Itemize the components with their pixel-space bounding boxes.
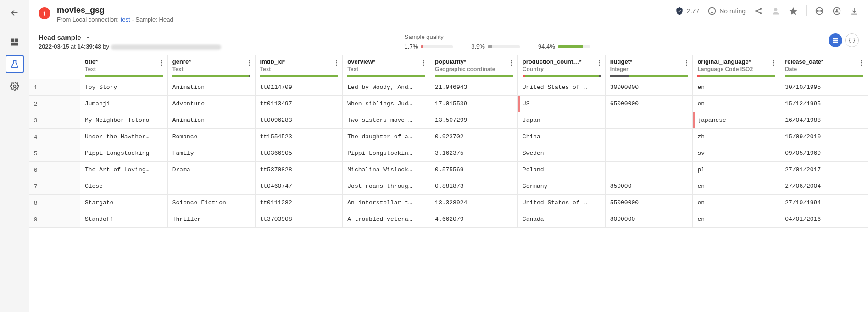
cell[interactable]: pl: [693, 162, 780, 178]
cell[interactable]: Thriller: [167, 211, 255, 228]
cell[interactable]: 15/09/2010: [780, 129, 868, 145]
cell[interactable]: Canada: [517, 211, 605, 228]
cell[interactable]: 27/01/2017: [780, 162, 868, 178]
column-menu-icon[interactable]: ⋮: [683, 59, 690, 66]
cell[interactable]: en: [693, 211, 780, 228]
column-header[interactable]: imdb_id*Text⋮: [255, 55, 343, 79]
share-icon[interactable]: [754, 6, 763, 16]
user-icon[interactable]: [771, 6, 780, 16]
cell[interactable]: My Neighbor Totoro: [80, 112, 167, 129]
table-row[interactable]: 4Under the Hawthor…Romancett1554523The d…: [29, 129, 868, 145]
cell[interactable]: 15/12/1995: [780, 96, 868, 112]
cell[interactable]: 8000000: [605, 211, 693, 228]
table-row[interactable]: 5Pippi LongstockingFamilytt0366905Pippi …: [29, 145, 868, 162]
column-menu-icon[interactable]: ⋮: [246, 59, 252, 66]
cell[interactable]: 13.507299: [430, 112, 518, 129]
column-header[interactable]: production_count…*Country⋮: [517, 55, 605, 79]
column-header[interactable]: title*Text⋮: [80, 55, 167, 79]
cell[interactable]: 30/10/1995: [780, 79, 868, 96]
cell[interactable]: tt0096283: [255, 112, 343, 129]
cell[interactable]: tt0460747: [255, 178, 343, 195]
cell[interactable]: Animation: [167, 112, 255, 129]
cell[interactable]: 55000000: [605, 195, 693, 211]
column-menu-icon[interactable]: ⋮: [771, 59, 777, 66]
column-menu-icon[interactable]: ⋮: [858, 59, 865, 66]
cell[interactable]: 21.946943: [430, 79, 518, 96]
download-icon[interactable]: [850, 6, 859, 16]
cell[interactable]: en: [693, 79, 780, 96]
cell[interactable]: 4.662079: [430, 211, 518, 228]
cell[interactable]: Romance: [167, 129, 255, 145]
cell[interactable]: 27/10/1994: [780, 195, 868, 211]
cell[interactable]: [167, 178, 255, 195]
cell[interactable]: Jost roams throug…: [343, 178, 430, 195]
cell[interactable]: Family: [167, 145, 255, 162]
table-row[interactable]: 9StandoffThrillertt3703908A troubled vet…: [29, 211, 868, 228]
cell[interactable]: en: [693, 195, 780, 211]
cell[interactable]: [605, 129, 693, 145]
cell[interactable]: tt5370828: [255, 162, 343, 178]
cell[interactable]: en: [693, 178, 780, 195]
cell[interactable]: The Art of Loving…: [80, 162, 167, 178]
cell[interactable]: 17.015539: [430, 96, 518, 112]
column-menu-icon[interactable]: ⋮: [333, 59, 339, 66]
column-header[interactable]: release_date*Date⋮: [780, 55, 868, 79]
cell[interactable]: 0.575569: [430, 162, 518, 178]
table-row[interactable]: 8StargateScience Fictiontt0111282An inte…: [29, 195, 868, 211]
cell[interactable]: Adventure: [167, 96, 255, 112]
cell[interactable]: Animation: [167, 79, 255, 96]
cell[interactable]: Science Fiction: [167, 195, 255, 211]
settings-icon[interactable]: [6, 77, 24, 95]
dashboard-icon[interactable]: [6, 33, 24, 51]
table-row[interactable]: 3My Neighbor TotoroAnimationtt0096283Two…: [29, 112, 868, 129]
table-row[interactable]: 1Toy StoryAnimationtt0114709Led by Woody…: [29, 79, 868, 96]
table-row[interactable]: 2JumanjiAdventurett0113497When siblings …: [29, 96, 868, 112]
cell[interactable]: 0.923702: [430, 129, 518, 145]
cell[interactable]: Standoff: [80, 211, 167, 228]
sample-selector[interactable]: Head sample: [39, 33, 221, 41]
cell[interactable]: tt0114709: [255, 79, 343, 96]
back-button[interactable]: [6, 4, 24, 22]
connection-link[interactable]: test: [121, 16, 130, 23]
cell[interactable]: [605, 145, 693, 162]
column-header[interactable]: popularity*Geographic coordinate⋮: [430, 55, 518, 79]
star-icon[interactable]: [789, 6, 798, 16]
cell[interactable]: Pippi Longstockin…: [343, 145, 430, 162]
cell[interactable]: Close: [80, 178, 167, 195]
cell[interactable]: United States of …: [517, 79, 605, 96]
cell[interactable]: Two sisters move …: [343, 112, 430, 129]
cell[interactable]: zh: [693, 129, 780, 145]
column-menu-icon[interactable]: ⋮: [508, 59, 515, 66]
cell[interactable]: An interstellar t…: [343, 195, 430, 211]
cell[interactable]: A troubled vetera…: [343, 211, 430, 228]
cell[interactable]: 850000: [605, 178, 693, 195]
cell[interactable]: Led by Woody, And…: [343, 79, 430, 96]
table-row[interactable]: 7Closett0460747Jost roams throug…0.88187…: [29, 178, 868, 195]
cell[interactable]: tt0366905: [255, 145, 343, 162]
cell[interactable]: tt1554523: [255, 129, 343, 145]
cell[interactable]: Poland: [517, 162, 605, 178]
cell[interactable]: US: [517, 96, 605, 112]
cell[interactable]: Drama: [167, 162, 255, 178]
column-menu-icon[interactable]: ⋮: [596, 59, 602, 66]
layers-icon[interactable]: [815, 6, 824, 16]
cell[interactable]: When siblings Jud…: [343, 96, 430, 112]
cell[interactable]: 04/01/2016: [780, 211, 868, 228]
json-view-button[interactable]: [845, 33, 859, 47]
cell[interactable]: Sweden: [517, 145, 605, 162]
cell[interactable]: 13.328924: [430, 195, 518, 211]
cell[interactable]: tt3703908: [255, 211, 343, 228]
column-menu-icon[interactable]: ⋮: [421, 59, 427, 66]
cell[interactable]: sv: [693, 145, 780, 162]
column-header[interactable]: genre*Text⋮: [167, 55, 255, 79]
table-view-button[interactable]: [829, 33, 842, 47]
cell[interactable]: Stargate: [80, 195, 167, 211]
cell[interactable]: Germany: [517, 178, 605, 195]
cell[interactable]: 16/04/1988: [780, 112, 868, 129]
cell[interactable]: 27/06/2004: [780, 178, 868, 195]
cell[interactable]: The daughter of a…: [343, 129, 430, 145]
shield-score[interactable]: 2.77: [675, 6, 699, 16]
flask-icon[interactable]: [832, 6, 841, 16]
column-header[interactable]: original_language*Language Code ISO2⋮: [693, 55, 780, 79]
cell[interactable]: Under the Hawthor…: [80, 129, 167, 145]
